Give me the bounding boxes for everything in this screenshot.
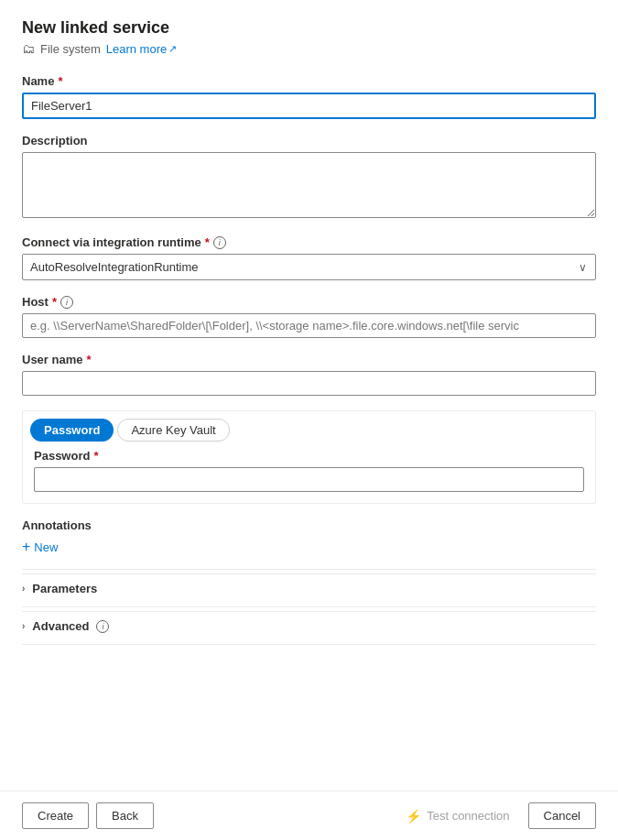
external-link-icon: ↗: [168, 43, 177, 55]
chevron-right-icon: ›: [22, 584, 25, 594]
runtime-select-wrapper: AutoResolveIntegrationRuntime ∨: [22, 254, 596, 280]
learn-more-label: Learn more: [106, 42, 167, 56]
advanced-label: Advanced: [32, 619, 89, 633]
divider-1: [22, 569, 596, 570]
runtime-select[interactable]: AutoResolveIntegrationRuntime: [22, 254, 596, 280]
name-label: Name *: [22, 74, 596, 88]
cancel-button[interactable]: Cancel: [528, 802, 596, 829]
page-title: New linked service: [22, 18, 596, 38]
azure-key-vault-tab[interactable]: Azure Key Vault: [117, 419, 229, 442]
chevron-right-icon-2: ›: [22, 621, 25, 631]
test-connection-button: ⚡ Test connection: [395, 803, 520, 829]
description-input[interactable]: [22, 152, 596, 218]
divider-2: [22, 606, 596, 607]
description-label: Description: [22, 134, 596, 147]
runtime-label: Connect via integration runtime * i: [22, 235, 596, 249]
runtime-required-star: *: [205, 235, 210, 249]
runtime-info-icon[interactable]: i: [213, 236, 226, 249]
filesystem-icon: 🗂: [22, 41, 35, 56]
username-input[interactable]: [22, 371, 596, 396]
username-group: User name *: [22, 353, 596, 396]
learn-more-link[interactable]: Learn more ↗: [106, 42, 177, 56]
host-group: Host * i: [22, 295, 596, 338]
name-input[interactable]: [22, 93, 596, 119]
password-inner: Password *: [23, 449, 595, 503]
name-required-star: *: [58, 74, 62, 88]
password-section: Password Azure Key Vault Password *: [22, 410, 596, 504]
parameters-label: Parameters: [32, 582, 97, 595]
host-required-star: *: [52, 295, 57, 309]
password-tab-active[interactable]: Password: [30, 419, 114, 442]
password-label: Password *: [34, 449, 584, 463]
username-required-star: *: [86, 353, 91, 366]
username-label: User name *: [22, 353, 596, 366]
host-info-icon[interactable]: i: [60, 296, 73, 309]
new-label: New: [34, 540, 58, 554]
back-button[interactable]: Back: [96, 802, 154, 829]
runtime-group: Connect via integration runtime * i Auto…: [22, 235, 596, 280]
password-input[interactable]: [34, 467, 584, 492]
footer-left: Create Back: [22, 802, 154, 829]
password-required-star: *: [93, 449, 98, 463]
annotations-title: Annotations: [22, 518, 596, 532]
host-input[interactable]: [22, 313, 596, 338]
test-connection-label: Test connection: [427, 809, 509, 823]
plus-icon: +: [22, 540, 30, 554]
new-annotation-button[interactable]: + New: [22, 540, 58, 554]
password-tab-row: Password Azure Key Vault: [23, 411, 595, 449]
advanced-info-icon[interactable]: i: [96, 620, 109, 633]
parameters-collapsible[interactable]: › Parameters: [22, 573, 596, 603]
test-icon: ⚡: [406, 809, 421, 824]
subtitle-text: File system: [40, 42, 101, 56]
host-label: Host * i: [22, 295, 596, 309]
advanced-collapsible[interactable]: › Advanced i: [22, 611, 596, 640]
create-button[interactable]: Create: [22, 802, 89, 829]
description-group: Description: [22, 134, 596, 221]
footer-right: ⚡ Test connection Cancel: [395, 802, 596, 829]
annotations-section: Annotations + New: [22, 518, 596, 554]
footer-bar: Create Back ⚡ Test connection Cancel: [0, 791, 618, 840]
name-group: Name *: [22, 74, 596, 119]
divider-3: [22, 644, 596, 645]
